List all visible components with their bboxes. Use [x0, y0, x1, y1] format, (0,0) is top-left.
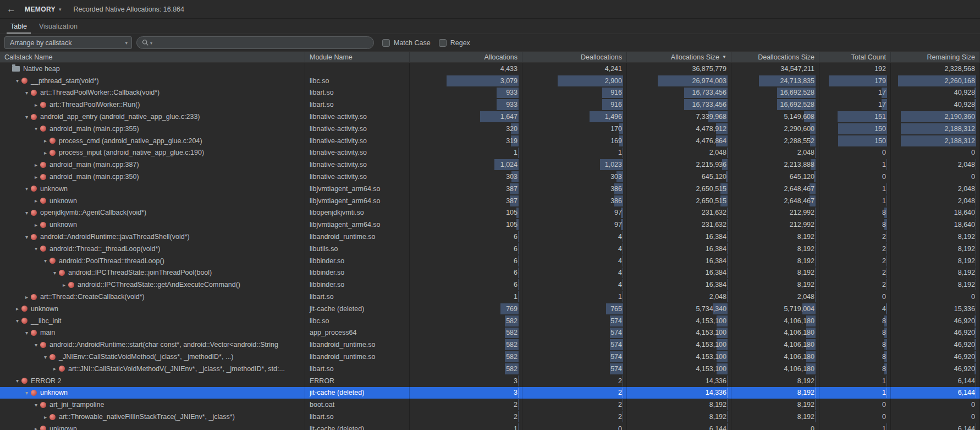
tab-visualization[interactable]: Visualization: [33, 19, 84, 34]
value-text: 4: [882, 305, 886, 313]
table-row[interactable]: ▾android::PoolThread::threadLoop()libbin…: [0, 255, 980, 267]
expand-arrow-icon[interactable]: ▸: [32, 162, 40, 168]
table-row[interactable]: ▸android_main (main.cpp:387)libnative-ac…: [0, 159, 980, 171]
table-row[interactable]: ▾art::ThreadPoolWorker::Callback(void*)l…: [0, 87, 980, 99]
table-row[interactable]: ▾unknownjit-cache (deleted)3214,3368,192…: [0, 387, 980, 399]
value-bar: [623, 291, 623, 302]
collapse-arrow-icon[interactable]: ▾: [23, 90, 30, 96]
callstack-name-cell: ▾android::IPCThreadState::joinThreadPool…: [0, 267, 305, 279]
expand-arrow-icon[interactable]: ▸: [60, 282, 68, 288]
table-row[interactable]: ▾android_main (main.cpp:355)libnative-ac…: [0, 123, 980, 135]
expand-arrow-icon[interactable]: ▸: [32, 198, 40, 204]
table-row[interactable]: ▾android::AndroidRuntime::start(char con…: [0, 339, 980, 351]
table-row[interactable]: ▸process_cmd (android_native_app_glue.c:…: [0, 135, 980, 147]
value-text: 8: [882, 365, 886, 373]
column-header-deallocations[interactable]: Deallocations: [522, 52, 627, 62]
back-arrow-icon[interactable]: ←: [7, 4, 16, 15]
value-bar: [623, 279, 623, 290]
column-header-allocations-size[interactable]: Allocations Size▼: [627, 52, 731, 62]
collapse-arrow-icon[interactable]: ▾: [32, 126, 40, 132]
module-name-cell: libandroid_runtime.so: [305, 231, 410, 243]
collapse-arrow-icon[interactable]: ▾: [42, 354, 49, 360]
search-history-caret-icon[interactable]: ▾: [150, 41, 152, 46]
column-header-callstack-name[interactable]: Callstack Name: [0, 52, 305, 62]
arrange-by-dropdown[interactable]: Arrange by callstack ▾: [4, 36, 132, 49]
value-text: 8: [882, 353, 886, 361]
value-text: 2: [882, 281, 886, 289]
callstack-name-cell: Native heap: [0, 63, 305, 75]
table-row[interactable]: ▾android::Thread::_threadLoop(void*)libu…: [0, 243, 980, 255]
regex-checkbox[interactable]: Regex: [439, 39, 470, 47]
collapse-arrow-icon[interactable]: ▾: [32, 342, 40, 348]
expand-arrow-icon[interactable]: ▸: [32, 174, 40, 180]
collapse-arrow-icon[interactable]: ▾: [23, 330, 30, 336]
column-header-deallocations-size[interactable]: Deallocations Size: [731, 52, 819, 62]
table-row[interactable]: ▾openjdkjvmti::AgentCallback(void*)libop…: [0, 207, 980, 219]
table-row[interactable]: ▸art::Throwable_nativeFillInStackTrace(_…: [0, 411, 980, 423]
expand-arrow-icon[interactable]: ▸: [32, 222, 40, 228]
table-row[interactable]: ▸art::ThreadPoolWorker::Run()libart.so93…: [0, 99, 980, 111]
column-header-remaining-size[interactable]: Remaining Size: [891, 52, 980, 62]
table-row[interactable]: ▸android_main (main.cpp:350)libnative-ac…: [0, 171, 980, 183]
expand-arrow-icon[interactable]: ▸: [23, 294, 30, 300]
column-header-module-name[interactable]: Module Name: [305, 52, 410, 62]
session-title[interactable]: MEMORY: [25, 6, 56, 13]
table-row[interactable]: ▾__pthread_start(void*)libc.so3,0792,900…: [0, 75, 980, 87]
table-row[interactable]: ▸unknownlibjvmtiagent_arm64.so10597231,6…: [0, 219, 980, 231]
table-row[interactable]: ▸unknownjit-cache (deleted)7697655,734,3…: [0, 303, 980, 315]
match-case-checkbox[interactable]: Match Case: [382, 39, 431, 47]
collapse-arrow-icon[interactable]: ▾: [32, 246, 40, 252]
numeric-cell: 582: [410, 327, 522, 339]
column-header-allocations[interactable]: Allocations: [410, 52, 522, 62]
table-row[interactable]: ▾android_app_entry (android_native_app_g…: [0, 111, 980, 123]
search-input[interactable]: [156, 39, 368, 47]
table-row[interactable]: ▸unknownjit-cache (deleted)106,144016,14…: [0, 423, 980, 430]
table-row[interactable]: ▾mainapp_process645825744,153,1004,106,1…: [0, 327, 980, 339]
collapse-arrow-icon[interactable]: ▾: [14, 78, 21, 84]
expand-arrow-icon[interactable]: ▸: [32, 102, 40, 108]
collapse-arrow-icon[interactable]: ▾: [51, 270, 58, 276]
table-row[interactable]: ▾ERROR 2ERROR3214,3368,19216,144: [0, 375, 980, 387]
tree-indent: [0, 105, 32, 105]
collapse-arrow-icon[interactable]: ▾: [32, 402, 40, 408]
table-row[interactable]: ▸art::JNI::CallStaticVoidMethodV(_JNIEnv…: [0, 363, 980, 375]
collapse-arrow-icon[interactable]: ▾: [23, 210, 30, 216]
numeric-cell: 1: [819, 387, 891, 399]
expand-arrow-icon[interactable]: ▸: [32, 426, 40, 430]
search-box[interactable]: ▾: [136, 36, 374, 49]
table-row[interactable]: ▾_JNIEnv::CallStaticVoidMethod(_jclass*,…: [0, 351, 980, 363]
collapse-arrow-icon[interactable]: ▾: [23, 114, 30, 120]
table-row[interactable]: ▸android::IPCThreadState::getAndExecuteC…: [0, 279, 980, 291]
expand-arrow-icon[interactable]: ▸: [51, 366, 58, 372]
expand-arrow-icon[interactable]: ▸: [42, 150, 49, 156]
table-row[interactable]: ▸unknownlibjvmtiagent_arm64.so3873862,65…: [0, 195, 980, 207]
table-row[interactable]: ▾art_jni_trampolineboot.oat228,1928,1920…: [0, 399, 980, 411]
expand-arrow-icon[interactable]: ▸: [14, 306, 21, 312]
collapse-arrow-icon[interactable]: ▾: [23, 186, 30, 192]
table-row[interactable]: ▸art::Thread::CreateCallback(void*)libar…: [0, 291, 980, 303]
collapse-arrow-icon[interactable]: ▾: [23, 234, 30, 240]
collapse-arrow-icon[interactable]: ▾: [14, 378, 21, 384]
value-bar: [727, 148, 728, 159]
table-row[interactable]: ▾unknownlibjvmtiagent_arm64.so3873862,65…: [0, 183, 980, 195]
table-row[interactable]: ▾__libc_initlibc.so5825744,153,1004,106,…: [0, 315, 980, 327]
table-row[interactable]: Native heap4,4334,24136,875,77934,547,21…: [0, 63, 980, 75]
value-text: 0: [811, 425, 814, 430]
table-row[interactable]: ▾android::IPCThreadState::joinThreadPool…: [0, 267, 980, 279]
collapse-arrow-icon[interactable]: ▾: [42, 258, 49, 264]
value-text: 2,213,888: [784, 161, 814, 168]
table-row[interactable]: ▸process_input (android_native_app_glue.…: [0, 147, 980, 159]
expand-arrow-icon[interactable]: ▸: [42, 138, 49, 144]
method-icon: [40, 222, 46, 228]
column-header-total-count[interactable]: Total Count: [819, 52, 891, 62]
numeric-cell: 2: [522, 399, 627, 411]
numeric-cell: 46,920: [891, 363, 980, 375]
tab-table[interactable]: Table: [4, 19, 33, 34]
expand-arrow-icon[interactable]: ▸: [42, 414, 49, 420]
value-text: 6: [514, 245, 517, 253]
table-row[interactable]: ▾android::AndroidRuntime::javaThreadShel…: [0, 231, 980, 243]
collapse-arrow-icon[interactable]: ▾: [23, 390, 30, 396]
session-dropdown-caret-icon[interactable]: ▾: [59, 7, 62, 12]
numeric-cell: 16,384: [627, 279, 731, 291]
collapse-arrow-icon[interactable]: ▾: [14, 318, 21, 324]
